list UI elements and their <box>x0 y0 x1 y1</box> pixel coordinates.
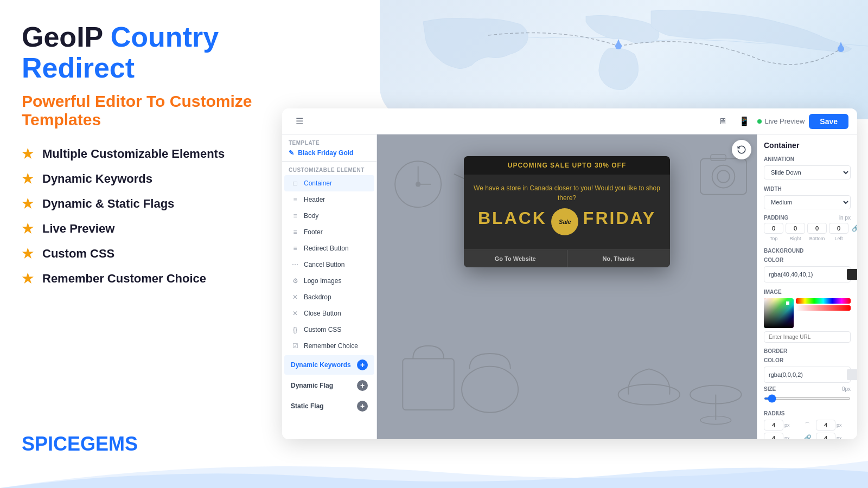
expand-flag-icon: + <box>357 380 368 391</box>
padding-right-label: Right <box>786 236 805 241</box>
padding-link-icon: 🔗 <box>852 224 857 232</box>
sidebar-item-close[interactable]: ✕ Close Button <box>284 305 374 322</box>
static-flag-label: Static Flag <box>291 402 324 410</box>
popup-header: UPCOMING SALE UPTO 30% OFF <box>464 156 670 175</box>
sidebar-item-footer[interactable]: ≡ Footer <box>284 224 374 240</box>
size-value: 0px <box>842 386 851 392</box>
sidebar-label-body: Body <box>304 212 318 220</box>
sidebar-item-cancel[interactable]: ⋯ Cancel Button <box>284 256 374 273</box>
image-url-input[interactable] <box>764 331 851 343</box>
bg-color-swatch[interactable] <box>847 269 857 280</box>
radius-br-unit: px <box>837 435 842 439</box>
live-indicator <box>757 119 762 124</box>
sidebar-expandable-static[interactable]: Static Flag + <box>284 396 374 416</box>
sidebar-item-header[interactable]: ≡ Header <box>284 191 374 208</box>
preview-refresh-button[interactable] <box>732 140 751 159</box>
save-button[interactable]: Save <box>809 114 848 129</box>
feature-list: ★ Multiple Customizable Elements ★ Dynam… <box>22 146 304 286</box>
body-icon: ≡ <box>291 211 299 220</box>
editor-preview: UPCOMING SALE UPTO 30% OFF We have a sto… <box>377 134 757 439</box>
radius-br-input[interactable] <box>816 433 835 439</box>
sidebar-label-css: Custom CSS <box>304 326 341 333</box>
alpha-slider[interactable] <box>796 305 851 311</box>
padding-top-input[interactable] <box>764 223 783 234</box>
expand-static-icon: + <box>357 401 368 412</box>
sidebar-expandable-flag[interactable]: Dynamic Flag + <box>284 376 374 395</box>
sidebar-label-logo: Logo Images <box>304 277 341 285</box>
sidebar-label-header: Header <box>304 196 325 203</box>
border-color-swatch[interactable] <box>847 369 857 380</box>
desktop-icon[interactable]: 🖥 <box>714 113 731 130</box>
main-title: GeoIP Country Redirect <box>22 22 304 84</box>
padding-bottom-input[interactable] <box>807 223 827 234</box>
border-color-input[interactable] <box>769 371 844 378</box>
size-section-label: Size <box>764 386 776 392</box>
feature-1: ★ Multiple Customizable Elements <box>22 146 304 162</box>
template-name-text: Black Friday Gold <box>298 149 353 157</box>
sidebar-item-body[interactable]: ≡ Body <box>284 208 374 224</box>
sidebar-item-redirect[interactable]: ≡ Redirect Button <box>284 240 374 256</box>
svg-rect-16 <box>711 155 726 160</box>
radius-bl-input[interactable] <box>764 433 783 439</box>
svg-rect-17 <box>403 358 454 410</box>
popup-buttons: Go To Website No, Thanks <box>464 249 670 267</box>
popup-sale-badge: Sale <box>551 208 578 235</box>
radius-tl-input[interactable] <box>764 420 783 431</box>
radius-tl-unit: px <box>784 422 790 428</box>
padding-right-input[interactable] <box>786 223 805 234</box>
sidebar-label-remember: Remember Choice <box>304 342 358 350</box>
width-select[interactable]: Medium Small Large <box>764 195 851 209</box>
star-icon-5: ★ <box>22 246 34 261</box>
sidebar-item-backdrop[interactable]: ✕ Backdrop <box>284 289 374 305</box>
feature-label-1: Multiple Customizable Elements <box>42 147 225 161</box>
bg-section-label: BACKGROUND <box>764 248 851 254</box>
border-section-label: BORDER <box>764 348 851 354</box>
border-size-slider[interactable] <box>764 397 851 400</box>
footer-icon: ≡ <box>291 228 299 236</box>
hue-slider[interactable] <box>796 298 851 304</box>
properties-title: Container <box>764 141 851 150</box>
border-color-label: Color <box>764 357 851 363</box>
sidebar-expandable-keywords[interactable]: Dynamic Keywords + <box>284 355 374 375</box>
popup-title-left: BLACK <box>478 208 547 228</box>
radius-tr-unit: px <box>837 422 842 428</box>
dynamic-keywords-label: Dynamic Keywords <box>291 361 351 369</box>
mobile-icon[interactable]: 📱 <box>736 113 753 130</box>
color-picker-cursor <box>786 301 789 305</box>
template-name: ✎ Black Friday Gold <box>282 148 376 162</box>
title-black: GeoIP <box>22 21 111 53</box>
radius-tr-input[interactable] <box>816 420 835 431</box>
popup-no-button[interactable]: No, Thanks <box>567 250 671 267</box>
brand-name: SPICEGEMS <box>22 433 138 455</box>
sidebar-item-container[interactable]: □ Container <box>284 175 374 191</box>
popup-body: We have a store in Canada closer to you!… <box>464 175 670 249</box>
css-icon: {} <box>291 325 299 334</box>
logo-icon: ⚙ <box>291 277 299 285</box>
popup-go-button[interactable]: Go To Website <box>464 250 567 267</box>
map-background <box>380 0 868 119</box>
editor-properties: Container Animation Slide Down Fade In S… <box>757 134 857 439</box>
sidebar-label-footer: Footer <box>304 228 323 236</box>
animation-section-label: Animation <box>764 156 851 162</box>
star-icon-3: ★ <box>22 196 34 211</box>
padding-left-input[interactable] <box>829 223 848 234</box>
sidebar-item-css[interactable]: {} Custom CSS <box>284 322 374 338</box>
color-picker-gradient[interactable] <box>764 298 794 328</box>
close-icon: ✕ <box>291 309 299 318</box>
popup-title-right: FRIDAY <box>583 208 656 228</box>
bg-color-label: Color <box>764 257 851 263</box>
feature-label-6: Remember Customer Choice <box>42 272 206 286</box>
menu-icon[interactable]: ☰ <box>291 113 308 130</box>
animation-select[interactable]: Slide Down Fade In Slide Up <box>764 165 851 179</box>
live-preview-button[interactable]: Live Preview <box>757 117 805 125</box>
popup-body-text: We have a store in Canada closer to you!… <box>473 183 661 203</box>
sidebar-item-logo[interactable]: ⚙ Logo Images <box>284 273 374 289</box>
sidebar-item-remember[interactable]: ☑ Remember Choice <box>284 338 374 354</box>
feature-5: ★ Custom CSS <box>22 246 304 261</box>
live-preview-label: Live Preview <box>765 117 805 125</box>
feature-6: ★ Remember Customer Choice <box>22 271 304 286</box>
feature-label-5: Custom CSS <box>42 247 114 261</box>
sidebar-label-redirect: Redirect Button <box>304 245 349 252</box>
width-section-label: Width <box>764 186 851 192</box>
bg-color-input[interactable] <box>769 271 844 278</box>
